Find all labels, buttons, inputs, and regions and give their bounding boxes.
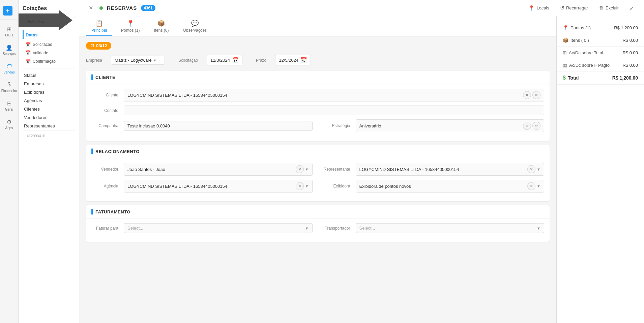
financeiro-icon: $ xyxy=(5,81,13,88)
campanha-value: Teste inclusao 0.0040 xyxy=(124,121,313,131)
ooh-icon: ⊞ xyxy=(5,25,13,33)
status-dot xyxy=(99,6,103,10)
sidebar-footer-id: 412093416 xyxy=(27,134,45,138)
tabs-bar: 📋 Principal 📍 Pontos (1) 📦 Itens (0) 💬 O… xyxy=(79,16,556,36)
itens-right-icon: 📦 xyxy=(563,37,568,43)
tab-principal[interactable]: 📋 Principal xyxy=(86,16,112,36)
section-bar-relacionamento xyxy=(91,148,93,154)
acdc-pagto-value: R$ 0.00 xyxy=(622,63,638,68)
faturamento-section-header: FATURAMENTO xyxy=(86,205,550,218)
tab-pontos[interactable]: 📍 Pontos (1) xyxy=(116,16,145,36)
pontos-right-icon: 📍 xyxy=(563,25,568,30)
agencia-dropdown[interactable]: LOGYCMIND SISTEMAS LTDA - 16584405000154… xyxy=(124,180,313,193)
empresa-label: Empresa xyxy=(86,58,102,63)
excluir-action[interactable]: 🗑 Excluir xyxy=(595,3,622,12)
sidebar-filter-status[interactable]: Status xyxy=(23,71,75,80)
agencia-field-row: Agência LOGYCMIND SISTEMAS LTDA - 165844… xyxy=(91,180,544,193)
contato-label: Contato xyxy=(91,108,118,113)
representante-clear-button[interactable]: ✕ xyxy=(527,165,535,173)
observacoes-icon: 💬 xyxy=(191,20,199,27)
vendedor-label: Vendedor xyxy=(91,167,118,172)
prazo-date[interactable]: 12/5/2024 📅 xyxy=(275,55,311,65)
cliente-section-header: CLIENTE xyxy=(86,71,550,84)
estrategia-edit-button[interactable]: ✏ xyxy=(532,122,540,130)
solicitacao-cal-icon[interactable]: 📅 xyxy=(232,57,239,63)
sidebar-divider-1 xyxy=(23,68,75,68)
faturar-label: Faturar para xyxy=(91,226,118,231)
excluir-icon: 🗑 xyxy=(599,5,604,11)
sidebar-title: Cotações xyxy=(23,3,75,13)
cliente-edit-button[interactable]: ✏ xyxy=(532,91,540,99)
right-row-itens: 📦 Itens ( 0 ) R$ 0.00 xyxy=(557,34,644,47)
vendedor-dropdown[interactable]: João Santos - João ✕ ▼ xyxy=(124,163,313,176)
empresa-select[interactable]: Matriz - Logycware ▼ xyxy=(111,56,165,65)
pontos-icon: 📍 xyxy=(127,20,134,27)
solicitacao-label: Solicitação xyxy=(178,58,198,63)
app-logo-icon: + xyxy=(3,6,12,16)
transportador-dropdown-arrow: ▼ xyxy=(537,226,540,230)
exibidora-dropdown-arrow: ▼ xyxy=(537,184,540,188)
total-right-icon: $ xyxy=(563,75,566,81)
sidebar-item-financeiro[interactable]: $ Financeiro xyxy=(0,78,19,95)
exibidora-clear-button[interactable]: ✕ xyxy=(527,182,535,190)
sidebar-item-apps[interactable]: ⚙ Apps xyxy=(0,115,19,133)
contato-input[interactable] xyxy=(124,106,544,115)
relacionamento-section-body: Vendedor João Santos - João ✕ ▼ Represen… xyxy=(86,158,550,201)
faturamento-section-body: Faturar para Select... ▼ Transportador S… xyxy=(86,218,550,242)
step-badge: ⏱ 03/12 xyxy=(86,42,111,50)
sidebar-item-geral[interactable]: ⊟ Geral xyxy=(0,97,19,114)
exibidora-dropdown[interactable]: Exibidora de pontos novos ✕ ▼ xyxy=(356,180,545,193)
tab-observacoes[interactable]: 💬 Observações xyxy=(177,16,212,36)
topbar-title: RESERVAS xyxy=(107,5,137,11)
faturar-placeholder: Select... xyxy=(127,226,143,231)
cliente-value: LOGYCMIND SISTEMAS LTDA - 16584405000154… xyxy=(124,89,544,101)
sidebar-filter-representantes[interactable]: Representantes xyxy=(23,122,75,130)
sidebar-footer: 412093416 xyxy=(23,130,75,141)
prazo-cal-icon[interactable]: 📅 xyxy=(300,57,307,63)
locais-action[interactable]: 📍 Locais xyxy=(525,3,553,13)
sidebar-filter-empresas[interactable]: Empresas xyxy=(23,80,75,88)
vendedor-field-row: Vendedor João Santos - João ✕ ▼ Represen… xyxy=(91,163,544,176)
agencia-clear-button[interactable]: ✕ xyxy=(296,182,304,190)
close-button[interactable]: ✕ xyxy=(86,3,95,13)
solicitacao-date[interactable]: 12/3/2024 📅 xyxy=(207,55,242,65)
cal-validade-icon: 📅 xyxy=(25,50,31,55)
sidebar-sub-solicitacao[interactable]: 📅 Solicitação xyxy=(23,40,75,49)
cliente-clear-button[interactable]: ✕ xyxy=(523,91,531,99)
sidebar-filter-exibidoras[interactable]: Exibidoras xyxy=(23,88,75,96)
estrategia-clear-button[interactable]: ✕ xyxy=(523,122,531,130)
sidebar-sub-confirmacao[interactable]: 📅 Confirmação xyxy=(23,57,75,65)
sidebar-item-servicos[interactable]: 👤 Serviços xyxy=(0,41,19,58)
tab-itens[interactable]: 📦 Itens (0) xyxy=(148,16,174,36)
meta-row: Empresa Matriz - Logycware ▼ Solicitação… xyxy=(86,55,550,65)
empresa-dropdown-arrow: ▼ xyxy=(153,58,157,62)
locais-icon: 📍 xyxy=(528,5,535,11)
sidebar-filter-clientes[interactable]: Clientes xyxy=(23,105,75,113)
right-row-acdc-total: ⊞ Ac/Dc sobre Total R$ 0.00 xyxy=(557,47,644,59)
sidebar-item-vendas[interactable]: 🏷 Vendas xyxy=(0,60,19,77)
representante-dropdown[interactable]: LOGYCMIND SISTEMAS LTDA - 16584405000154… xyxy=(356,163,545,176)
cal-confirmacao-icon: 📅 xyxy=(25,59,31,64)
sidebar-item-ooh[interactable]: ⊞ OOH xyxy=(0,23,19,40)
campanha-label: Campanha xyxy=(91,123,118,128)
faturar-dropdown[interactable]: Select... ▼ xyxy=(124,223,313,233)
relacionamento-section: RELACIONAMENTO Vendedor João Santos - Jo… xyxy=(86,145,550,201)
vendas-icon: 🏷 xyxy=(5,62,13,70)
cliente-label: Cliente xyxy=(91,93,118,97)
exibidora-label: Exibidora xyxy=(323,184,350,188)
cliente-field-actions: ✕ ✏ xyxy=(523,91,540,99)
vendedor-clear-button[interactable]: ✕ xyxy=(296,165,304,173)
representante-dropdown-arrow: ▼ xyxy=(537,167,540,171)
agencia-label: Agência xyxy=(91,184,118,188)
sidebar-sub-validade[interactable]: 📅 Validade xyxy=(23,49,75,57)
transportador-dropdown[interactable]: Select... ▼ xyxy=(356,223,545,233)
sidebar-filter-vendedores[interactable]: Vendedores xyxy=(23,113,75,122)
step-icon: ⏱ xyxy=(90,43,94,48)
recarregar-action[interactable]: ↺ Recarregar xyxy=(557,3,591,13)
sidebar-filter-agencias[interactable]: Agências xyxy=(23,96,75,105)
search-input[interactable] xyxy=(23,17,75,26)
acdc-total-value: R$ 0.00 xyxy=(622,50,638,55)
apps-icon: ⚙ xyxy=(5,118,13,125)
contato-field-row: Contato xyxy=(91,106,544,115)
expand-action[interactable]: ⤢ xyxy=(626,3,637,13)
